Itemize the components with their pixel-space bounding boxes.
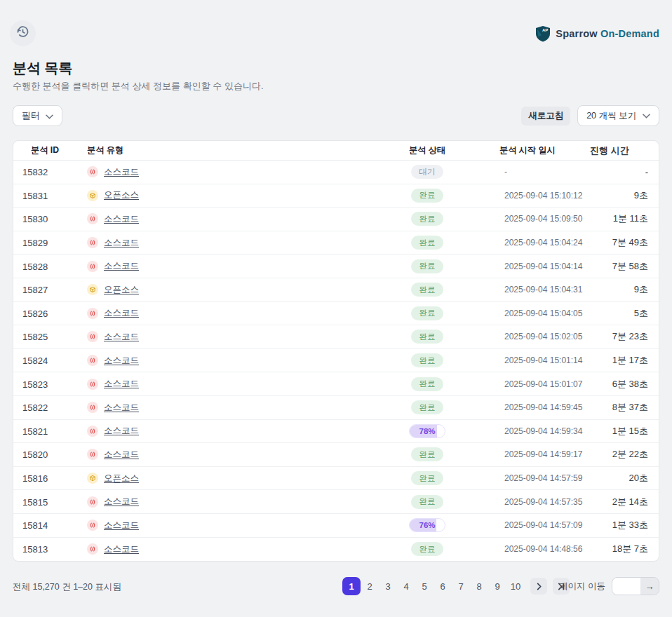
analysis-type-link[interactable]: 소스코드 (104, 237, 139, 249)
analysis-type-link[interactable]: 소스코드 (104, 355, 139, 367)
table-row[interactable]: 15828 소스코드 완료 2025-09-04 15:04:14 7분 58초 (13, 255, 659, 278)
table-row[interactable]: 15813 소스코드 완료 2025-09-04 14:48:56 18분 7초 (13, 538, 659, 562)
start-datetime: 2025-09-04 15:10:12 (459, 191, 582, 201)
open-source-icon (87, 473, 98, 484)
page-jump-go-button[interactable]: → (640, 578, 659, 595)
table-row[interactable]: 15830 소스코드 완료 2025-09-04 15:09:50 1분 11초 (13, 208, 659, 231)
analysis-id: 15832 (22, 167, 48, 177)
analysis-type-link[interactable]: 소스코드 (104, 166, 139, 178)
analysis-id: 15831 (22, 191, 48, 201)
page-title: 분석 목록 (13, 59, 73, 78)
filter-button[interactable]: 필터 (13, 105, 62, 126)
history-icon (16, 25, 29, 41)
source-code-icon (87, 426, 98, 437)
analysis-type-link[interactable]: 소스코드 (104, 520, 139, 531)
table-row[interactable]: 15824 소스코드 완료 2025-09-04 15:01:14 1분 17초 (13, 349, 659, 373)
analysis-type-link[interactable]: 소스코드 (104, 402, 139, 414)
status-badge: 완료 (411, 330, 443, 344)
duration: 7분 58초 (582, 260, 648, 273)
page-number-button[interactable]: 4 (397, 577, 415, 595)
analysis-type-link[interactable]: 소스코드 (104, 378, 139, 390)
result-summary: 전체 15,270 건 1–20 표시됨 (13, 581, 121, 593)
start-datetime: 2025-09-04 15:04:14 (459, 262, 582, 271)
source-code-icon (87, 496, 98, 508)
analysis-type-link[interactable]: 오픈소스 (104, 473, 139, 484)
start-datetime: 2025-09-04 15:02:05 (459, 332, 582, 341)
table-row[interactable]: 15829 소스코드 완료 2025-09-04 15:04:24 7분 49초 (13, 231, 659, 255)
page-jump: 페이지 이동 → (559, 577, 659, 595)
duration: 7분 49초 (582, 236, 648, 249)
analysis-type-link[interactable]: 소스코드 (104, 543, 139, 555)
duration: 9초 (582, 283, 648, 296)
table-body: 15832 소스코드 대기 - - 15831 오픈소스 완료 2025-09-… (13, 161, 659, 561)
page-number-button[interactable]: 8 (470, 577, 488, 595)
duration: 2분 22초 (582, 448, 648, 461)
page-number-button[interactable]: 9 (488, 577, 506, 595)
analysis-type-link[interactable]: 소스코드 (104, 260, 139, 272)
analysis-type-link[interactable]: 소스코드 (104, 496, 139, 508)
duration: 18분 7초 (582, 543, 648, 555)
page-number-button[interactable]: 3 (379, 577, 397, 595)
duration: 1분 17초 (582, 354, 648, 367)
source-code-icon (87, 331, 98, 342)
analysis-type-link[interactable]: 소스코드 (104, 331, 139, 343)
page-size-dropdown[interactable]: 20 개씩 보기 (577, 105, 659, 126)
table-row[interactable]: 15814 소스코드 76% 2025-09-04 14:57:09 1분 33… (13, 514, 659, 538)
table-row[interactable]: 15832 소스코드 대기 - - (13, 161, 659, 184)
table-row[interactable]: 15815 소스코드 완료 2025-09-04 14:57:35 2분 14초 (13, 490, 659, 514)
page-number-button[interactable]: 2 (361, 577, 379, 595)
page-jump-input[interactable] (612, 578, 640, 595)
column-header-started: 분석 시작 일시 (459, 144, 582, 156)
table-row[interactable]: 15826 소스코드 완료 2025-09-04 15:04:05 5초 (13, 302, 659, 326)
page-number-button[interactable]: 5 (415, 577, 434, 595)
source-code-icon (87, 449, 98, 460)
table-row[interactable]: 15825 소스코드 완료 2025-09-04 15:02:05 7분 23초 (13, 325, 659, 349)
next-page-button[interactable] (530, 578, 547, 595)
brand-name: Sparrow On-Demand (556, 28, 659, 39)
source-code-icon (87, 213, 98, 224)
table-row[interactable]: 15827 오픈소스 완료 2025-09-04 15:04:31 9초 (13, 278, 659, 302)
analysis-type-link[interactable]: 오픈소스 (104, 189, 139, 201)
analysis-id: 15823 (22, 379, 48, 390)
duration: 1분 11초 (582, 212, 648, 225)
source-code-icon (87, 520, 98, 531)
table-header: 분석 ID 분석 유형 분석 상태 분석 시작 일시 진행 시간 (13, 141, 659, 161)
table-row[interactable]: 15822 소스코드 완료 2025-09-04 14:59:45 8분 37초 (13, 396, 659, 420)
duration: 2분 14초 (582, 496, 648, 508)
analysis-type-link[interactable]: 소스코드 (104, 307, 139, 319)
duration: 1분 15초 (582, 425, 648, 438)
analysis-id: 15827 (22, 285, 48, 295)
analysis-type-link[interactable]: 소스코드 (104, 213, 139, 225)
column-header-duration: 진행 시간 (582, 144, 648, 157)
status-badge: 78% (409, 424, 445, 438)
page-jump-control: → (612, 577, 659, 595)
analysis-id: 15824 (22, 355, 48, 366)
page-number-button[interactable]: 1 (342, 577, 361, 595)
start-datetime: 2025-09-04 14:57:35 (459, 497, 582, 507)
chevron-right-icon (535, 583, 543, 590)
analysis-type-link[interactable]: 소스코드 (104, 449, 139, 461)
source-code-icon (87, 261, 98, 272)
page-number-button[interactable]: 6 (434, 577, 452, 595)
duration: 6분 38초 (582, 378, 648, 391)
page-number-button[interactable]: 10 (506, 577, 525, 595)
start-datetime: 2025-09-04 15:04:05 (459, 308, 582, 318)
pagination: 12345678910 (342, 577, 570, 595)
history-button[interactable] (10, 20, 36, 46)
table-row[interactable]: 15816 오픈소스 완료 2025-09-04 14:57:59 20초 (13, 467, 659, 491)
analysis-id: 15814 (22, 520, 48, 531)
analysis-type-link[interactable]: 오픈소스 (104, 284, 139, 296)
status-badge: 76% (409, 518, 445, 532)
table-row[interactable]: 15821 소스코드 78% 2025-09-04 14:59:34 1분 15… (13, 420, 659, 444)
table-row[interactable]: 15831 오픈소스 완료 2025-09-04 15:10:12 9초 (13, 184, 659, 208)
start-datetime: 2025-09-04 14:59:45 (459, 402, 582, 412)
page-number-button[interactable]: 7 (452, 577, 470, 595)
analysis-type-link[interactable]: 소스코드 (104, 425, 139, 437)
analysis-id: 15826 (22, 308, 48, 319)
refresh-button[interactable]: 새로고침 (521, 107, 570, 126)
open-source-icon (87, 190, 98, 201)
table-row[interactable]: 15820 소스코드 완료 2025-09-04 14:59:17 2분 22초 (13, 443, 659, 467)
chevron-down-icon (46, 111, 53, 121)
table-row[interactable]: 15823 소스코드 완료 2025-09-04 15:01:07 6분 38초 (13, 372, 659, 396)
status-badge: 완료 (411, 471, 443, 485)
